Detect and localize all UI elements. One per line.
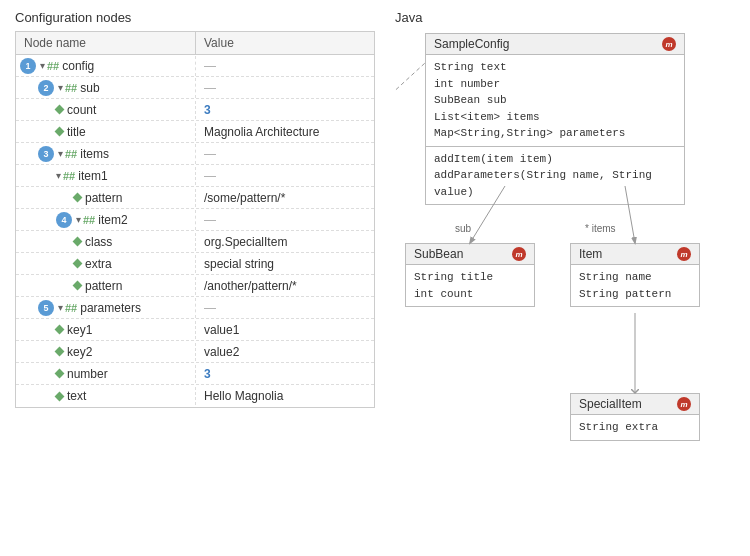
node-label: config [62,59,94,73]
node-label: class [85,235,112,249]
magnolia-icon: m [677,397,691,411]
row-name-config: 1 ▾ ## config [16,56,196,76]
row-value-title: Magnolia Architecture [196,123,327,141]
node-label: sub [80,81,99,95]
row-value-item2: — [196,211,224,229]
right-panel: Java SampleConfig m String text int numb… [395,10,735,546]
row-name-item2: 4 ▾ ## item2 [16,210,196,230]
node-label: pattern [85,191,122,205]
row-name-parameters: 5 ▾ ## parameters [16,298,196,318]
toggle-icon[interactable]: ▾ [56,170,61,181]
row-value-class: org.SpecialItem [196,233,295,251]
row-value-pattern2: /another/pattern/* [196,277,305,295]
java-box-subbean: SubBean m String title int count [405,243,535,307]
row-name-text: text [16,387,196,405]
hash-icon: ## [65,82,77,94]
diamond-icon [73,237,83,247]
row-name-pattern2: pattern [16,277,196,295]
diamond-icon [55,127,65,137]
row-name-item1: ▾ ## item1 [16,167,196,185]
tree-table: Node name Value 1 ▾ ## config — 2 ▾ ## s… [15,31,375,408]
java-box-sampleconfig-title: SampleConfig [434,37,509,51]
table-row: title Magnolia Architecture [16,121,374,143]
table-row: class org.SpecialItem [16,231,374,253]
node-label: items [80,147,109,161]
table-row: key1 value1 [16,319,374,341]
row-name-items: 3 ▾ ## items [16,144,196,164]
left-panel: Configuration nodes Node name Value 1 ▾ … [15,10,375,546]
diamond-icon [55,105,65,115]
diamond-icon [55,325,65,335]
diamond-icon [55,369,65,379]
diamond-icon [73,193,83,203]
java-box-item-fields: String name String pattern [571,265,699,306]
java-box-subbean-title: SubBean [414,247,463,261]
row-name-extra: extra [16,255,196,273]
table-row: key2 value2 [16,341,374,363]
row-value-text: Hello Magnolia [196,387,291,405]
diamond-icon [55,347,65,357]
table-row: 1 ▾ ## config — [16,55,374,77]
java-box-sampleconfig-methods: addItem(item item) addParameters(String … [426,146,684,205]
java-box-item-header: Item m [571,244,699,265]
connector-label-items: * items [585,223,616,234]
row-value-extra: special string [196,255,282,273]
java-box-specialitem-header: SpecialItem m [571,394,699,415]
node-label: pattern [85,279,122,293]
diamond-icon [73,259,83,269]
node-label: item1 [78,169,107,183]
row-value-items: — [196,145,224,163]
java-box-item-title: Item [579,247,602,261]
row-name-sub: 2 ▾ ## sub [16,78,196,98]
magnolia-icon: m [662,37,676,51]
table-row: 5 ▾ ## parameters — [16,297,374,319]
header-value: Value [196,32,242,54]
hash-icon: ## [63,170,75,182]
row-value-number: 3 [196,365,219,383]
tree-header: Node name Value [16,32,374,55]
java-box-subbean-fields: String title int count [406,265,534,306]
row-name-number: number [16,365,196,383]
hash-icon: ## [65,148,77,160]
table-row: number 3 [16,363,374,385]
magnolia-icon: m [512,247,526,261]
java-box-sampleconfig: SampleConfig m String text int number Su… [425,33,685,205]
table-row: ▾ ## item1 — [16,165,374,187]
badge-3: 3 [38,146,54,162]
row-value-config: — [196,57,224,75]
badge-4: 4 [56,212,72,228]
badge-5: 5 [38,300,54,316]
row-name-count: count [16,101,196,119]
java-box-sampleconfig-fields: String text int number SubBean sub List<… [426,55,684,146]
hash-icon: ## [83,214,95,226]
toggle-icon[interactable]: ▾ [58,82,63,93]
diamond-icon [73,281,83,291]
row-value-item1: — [196,167,224,185]
row-name-key2: key2 [16,343,196,361]
table-row: 4 ▾ ## item2 — [16,209,374,231]
table-row: pattern /another/pattern/* [16,275,374,297]
magnolia-icon: m [677,247,691,261]
java-box-specialitem: SpecialItem m String extra [570,393,700,441]
java-box-specialitem-title: SpecialItem [579,397,642,411]
toggle-icon[interactable]: ▾ [58,148,63,159]
row-name-class: class [16,233,196,251]
hash-icon: ## [47,60,59,72]
row-value-pattern1: /some/pattern/* [196,189,293,207]
toggle-icon[interactable]: ▾ [40,60,45,71]
toggle-icon[interactable]: ▾ [76,214,81,225]
toggle-icon[interactable]: ▾ [58,302,63,313]
row-value-parameters: — [196,299,224,317]
row-value-count: 3 [196,101,219,119]
java-box-item: Item m String name String pattern [570,243,700,307]
node-label: key1 [67,323,92,337]
node-label: parameters [80,301,141,315]
node-label: title [67,125,86,139]
header-node-name: Node name [16,32,196,54]
row-name-pattern1: pattern [16,189,196,207]
badge-2: 2 [38,80,54,96]
table-row: 3 ▾ ## items — [16,143,374,165]
table-row: extra special string [16,253,374,275]
row-name-title: title [16,123,196,141]
row-name-key1: key1 [16,321,196,339]
